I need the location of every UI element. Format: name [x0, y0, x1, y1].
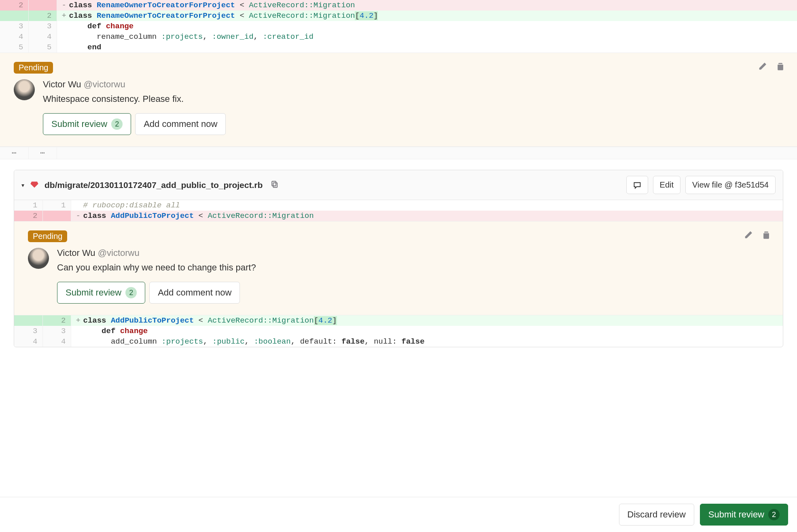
comment-icon-button[interactable] — [626, 176, 648, 194]
add-comment-now-button[interactable]: Add comment now — [135, 113, 226, 135]
submit-review-button[interactable]: Submit review 2 — [43, 113, 131, 135]
line-number-old: 3 — [0, 21, 28, 32]
diff-line[interactable]: rename_column :projects, :owner_id, :cre… — [57, 32, 797, 42]
line-number-old — [0, 11, 28, 21]
line-number-new: 2 — [28, 11, 57, 21]
line-number-old: 5 — [0, 42, 28, 53]
review-discussion: Pending Victor Wu @victorwu Can you expl… — [14, 221, 783, 315]
review-discussion: Pending Victor Wu @victorwu Whitespace c… — [0, 53, 797, 147]
trash-icon[interactable] — [776, 62, 785, 72]
diff-line-added[interactable]: +class AddPublicToProject < ActiveRecord… — [71, 315, 783, 326]
line-number-old: 3 — [14, 326, 42, 336]
line-number-new: 5 — [28, 42, 57, 53]
svg-rect-0 — [273, 183, 278, 187]
pencil-icon[interactable] — [744, 230, 753, 241]
line-number-old: 1 — [14, 200, 42, 211]
line-number-new: 3 — [42, 326, 71, 336]
file-path[interactable]: db/migrate/20130110172407_add_public_to_… — [45, 180, 263, 190]
file-header: ▾ db/migrate/20130110172407_add_public_t… — [14, 170, 783, 200]
diff-line[interactable]: # rubocop:disable all — [71, 200, 783, 211]
svg-rect-1 — [272, 182, 276, 186]
view-file-button[interactable]: View file @ f3e51d54 — [685, 176, 776, 194]
avatar[interactable] — [28, 248, 49, 269]
diff-line-removed[interactable]: -class RenameOwnerToCreatorForProject < … — [57, 0, 797, 11]
diff-line-removed[interactable]: -class AddPublicToProject < ActiveRecord… — [71, 211, 783, 221]
edit-button[interactable]: Edit — [653, 176, 680, 194]
comment-author[interactable]: Victor Wu @victorwu — [43, 79, 783, 90]
line-number-old: 2 — [14, 211, 42, 221]
line-number-old: 4 — [14, 336, 42, 347]
diff-line[interactable]: add_column :projects, :public, :boolean,… — [71, 336, 783, 347]
line-number-new: 2 — [42, 315, 71, 326]
diff-line[interactable]: def change — [57, 21, 797, 32]
line-number-new — [28, 0, 57, 11]
pending-badge: Pending — [14, 62, 53, 74]
diff-table-file2: 1 1 # rubocop:disable all 2 -class AddPu… — [14, 200, 783, 221]
line-number-new — [42, 211, 71, 221]
line-number-new: 1 — [42, 200, 71, 211]
expand-lines-icon[interactable]: ⋯ — [0, 147, 28, 159]
pending-badge: Pending — [28, 230, 67, 242]
comment-author[interactable]: Victor Wu @victorwu — [57, 248, 769, 258]
diff-table-file1: 2 -class RenameOwnerToCreatorForProject … — [0, 0, 797, 53]
file-diff-block: ▾ db/migrate/20130110172407_add_public_t… — [14, 170, 783, 347]
copy-path-icon[interactable] — [271, 180, 279, 190]
line-number-old: 4 — [0, 32, 28, 42]
diff-table-file2-cont: 2 +class AddPublicToProject < ActiveReco… — [14, 315, 783, 347]
add-comment-now-button[interactable]: Add comment now — [149, 282, 240, 304]
pencil-icon[interactable] — [758, 62, 767, 72]
line-number-new: 4 — [28, 32, 57, 42]
line-number-old: 2 — [0, 0, 28, 11]
line-number-new: 3 — [28, 21, 57, 32]
trash-icon[interactable] — [762, 230, 771, 241]
diff-line[interactable]: def change — [71, 326, 783, 336]
review-count-badge: 2 — [125, 287, 137, 298]
submit-review-button[interactable]: Submit review 2 — [57, 282, 145, 304]
diff-line[interactable]: end — [57, 42, 797, 53]
line-number-old — [14, 315, 42, 326]
review-count-badge: 2 — [111, 118, 123, 130]
line-number-new: 4 — [42, 336, 71, 347]
expand-lines-icon[interactable]: ⋯ — [28, 147, 57, 159]
comment-body: Whitespace consistency. Please fix. — [43, 94, 783, 104]
avatar[interactable] — [14, 79, 35, 100]
comment-body: Can you explain why we need to change th… — [57, 262, 769, 273]
chevron-down-icon[interactable]: ▾ — [21, 182, 24, 188]
ruby-icon — [30, 180, 39, 190]
diff-line-added[interactable]: +class RenameOwnerToCreatorForProject < … — [57, 11, 797, 21]
